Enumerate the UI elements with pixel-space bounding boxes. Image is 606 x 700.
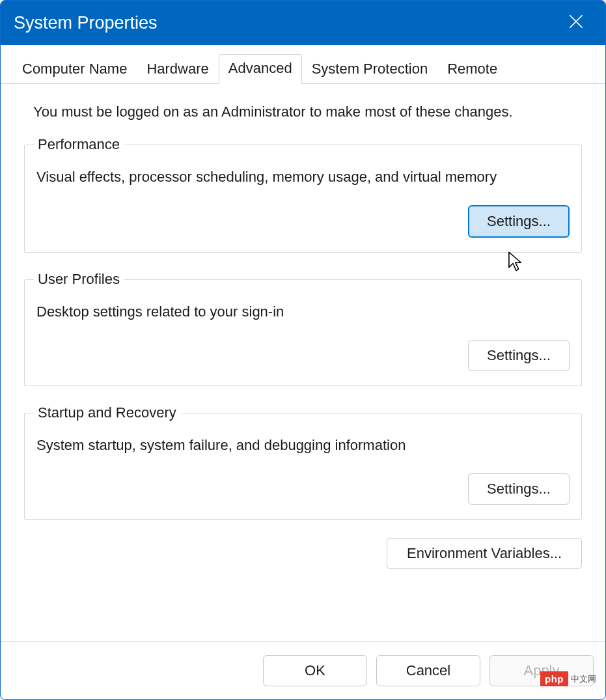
group-performance: Performance Visual effects, processor sc…	[24, 136, 582, 253]
ok-button[interactable]: OK	[263, 655, 367, 686]
tab-content-advanced: You must be logged on as an Administrato…	[1, 84, 605, 641]
startup-settings-button[interactable]: Settings...	[468, 473, 570, 505]
window-title: System Properties	[14, 13, 560, 33]
group-user-profiles: User Profiles Desktop settings related t…	[24, 271, 582, 386]
group-startup-legend: Startup and Recovery	[34, 404, 180, 421]
environment-variables-button[interactable]: Environment Variables...	[387, 538, 582, 569]
system-properties-window: System Properties Computer Name Hardware…	[0, 0, 606, 700]
close-button[interactable]	[560, 7, 592, 39]
cancel-button[interactable]: Cancel	[376, 655, 480, 686]
tab-strip: Computer Name Hardware Advanced System P…	[1, 45, 605, 84]
group-startup-recovery: Startup and Recovery System startup, sys…	[24, 404, 582, 520]
admin-notice: You must be logged on as an Administrato…	[24, 104, 582, 120]
performance-settings-button[interactable]: Settings...	[468, 205, 570, 238]
user-profiles-description: Desktop settings related to your sign-in	[36, 303, 570, 320]
startup-description: System startup, system failure, and debu…	[36, 437, 570, 454]
performance-description: Visual effects, processor scheduling, me…	[36, 169, 570, 186]
tab-computer-name[interactable]: Computer Name	[12, 55, 137, 84]
close-icon	[569, 13, 583, 33]
group-performance-legend: Performance	[34, 136, 124, 153]
tab-system-protection[interactable]: System Protection	[302, 55, 438, 84]
apply-button[interactable]: Apply	[489, 655, 594, 686]
titlebar: System Properties	[1, 1, 605, 45]
tab-remote[interactable]: Remote	[437, 55, 507, 84]
user-profiles-settings-button[interactable]: Settings...	[468, 340, 570, 371]
group-user-profiles-legend: User Profiles	[34, 271, 124, 288]
tab-advanced[interactable]: Advanced	[219, 54, 302, 84]
tab-hardware[interactable]: Hardware	[137, 55, 218, 84]
dialog-footer: OK Cancel Apply	[1, 641, 605, 699]
